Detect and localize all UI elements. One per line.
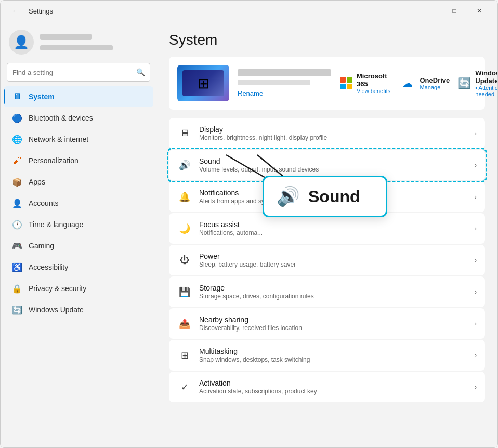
- ms365-icon: [339, 75, 352, 91]
- settings-item-nearby[interactable]: 📤 Nearby sharing Discoverability, receiv…: [169, 308, 485, 339]
- onedrive-icon: ☁: [402, 77, 413, 89]
- focus-text: Focus assist Notifications, automa...: [199, 220, 467, 236]
- display-desc: Monitors, brightness, night light, displ…: [199, 134, 467, 141]
- sidebar-item-accounts-label: Accounts: [29, 199, 59, 207]
- sidebar-item-system-label: System: [29, 93, 55, 101]
- sidebar-item-bluetooth-label: Bluetooth & devices: [29, 114, 93, 122]
- ms365-title: Microsoft 365: [357, 72, 391, 88]
- sidebar-item-personalization-label: Personalization: [29, 156, 78, 165]
- search-input[interactable]: [7, 63, 150, 82]
- onedrive-title: OneDrive: [420, 76, 450, 84]
- window-title: Settings: [29, 7, 53, 15]
- device-thumbnail-inner: ⊞: [182, 70, 224, 96]
- sidebar-item-update[interactable]: 🔄 Windows Update: [4, 299, 153, 320]
- privacy-icon: 🔒: [12, 283, 22, 294]
- close-button[interactable]: ✕: [467, 3, 491, 19]
- activation-chevron: ›: [475, 384, 477, 391]
- maximize-button[interactable]: □: [442, 3, 466, 19]
- storage-chevron: ›: [475, 288, 477, 296]
- minimize-button[interactable]: —: [417, 3, 441, 19]
- sidebar-item-time[interactable]: 🕐 Time & language: [4, 214, 153, 235]
- sound-tooltip-text: Sound: [308, 187, 360, 206]
- display-chevron: ›: [475, 130, 477, 137]
- settings-item-activation[interactable]: ✓ Activation Activation state, subscript…: [169, 372, 485, 402]
- gaming-icon: 🎮: [12, 241, 22, 251]
- accessibility-icon: ♿: [12, 262, 22, 272]
- title-bar: ← Settings — □ ✕: [1, 1, 497, 21]
- sound-icon: 🔊: [177, 158, 192, 173]
- sidebar-item-privacy[interactable]: 🔒 Privacy & security: [4, 278, 153, 299]
- storage-desc: Storage space, drives, configuration rul…: [199, 293, 467, 300]
- settings-item-storage[interactable]: 💾 Storage Storage space, drives, configu…: [169, 276, 485, 307]
- multitasking-desc: Snap windows, desktops, task switching: [199, 356, 467, 363]
- settings-list: 🖥 Display Monitors, brightness, night li…: [169, 118, 485, 402]
- sound-tooltip-icon: 🔊: [277, 186, 300, 207]
- winupdate-attention: • Attention needed: [475, 85, 497, 97]
- focus-chevron: ›: [475, 225, 477, 232]
- ms365-text: Microsoft 365 View benefits: [357, 72, 391, 94]
- winupdate-link[interactable]: 🔄 Windows Update • Attention needed: [458, 69, 497, 97]
- bluetooth-icon: 🔵: [12, 113, 22, 123]
- sidebar-item-network[interactable]: 🌐 Network & internet: [4, 129, 153, 150]
- settings-item-power[interactable]: ⏻ Power Sleep, battery usage, battery sa…: [169, 245, 485, 275]
- onedrive-sub[interactable]: Manage: [420, 84, 450, 90]
- sound-desc: Volume levels, output, input, sound devi…: [199, 166, 467, 173]
- sidebar-item-personalization[interactable]: 🖌 Personalization: [4, 150, 153, 171]
- settings-item-display[interactable]: 🖥 Display Monitors, brightness, night li…: [169, 118, 485, 149]
- multitasking-chevron: ›: [475, 352, 477, 359]
- sound-item-wrapper: 🔊 Sound Volume levels, output, input, so…: [169, 150, 485, 180]
- notifications-icon: 🔔: [177, 190, 192, 204]
- user-name-blurred: [40, 34, 92, 40]
- ms365-sub[interactable]: View benefits: [357, 88, 391, 94]
- power-chevron: ›: [475, 257, 477, 264]
- apps-icon: 📦: [12, 177, 22, 187]
- windows-logo: ⊞: [198, 75, 209, 92]
- sidebar-item-network-label: Network & internet: [29, 135, 88, 143]
- settings-item-multitasking[interactable]: ⊞ Multitasking Snap windows, desktops, t…: [169, 340, 485, 371]
- accounts-icon: 👤: [12, 198, 22, 208]
- focus-icon: 🌙: [177, 221, 192, 236]
- sidebar-item-gaming-label: Gaming: [29, 242, 54, 250]
- sidebar-item-accounts[interactable]: 👤 Accounts: [4, 193, 153, 214]
- onedrive-link[interactable]: ☁ OneDrive Manage: [399, 69, 450, 97]
- user-info: [40, 34, 113, 50]
- sidebar-item-gaming[interactable]: 🎮 Gaming: [4, 235, 153, 256]
- sidebar-item-system[interactable]: 🖥 System: [4, 86, 153, 107]
- device-card: ⊞ Rename: [169, 57, 485, 110]
- winupdate-icon: 🔄: [458, 77, 471, 89]
- sidebar-item-privacy-label: Privacy & security: [29, 284, 86, 293]
- focus-desc: Notifications, automa...: [199, 229, 467, 236]
- ms365-link[interactable]: Microsoft 365 View benefits: [339, 69, 391, 97]
- sidebar-item-accessibility[interactable]: ♿ Accessibility: [4, 257, 153, 278]
- update-icon: 🔄: [12, 305, 22, 315]
- sidebar-item-bluetooth[interactable]: 🔵 Bluetooth & devices: [4, 108, 153, 128]
- onedrive-icon-wrap: ☁: [399, 75, 416, 91]
- notifications-chevron: ›: [475, 193, 477, 201]
- settings-item-focus[interactable]: 🌙 Focus assist Notifications, automa... …: [169, 213, 485, 244]
- storage-icon: 💾: [177, 285, 192, 299]
- system-icon: 🖥: [12, 91, 22, 102]
- rename-link[interactable]: Rename: [238, 89, 263, 97]
- display-title: Display: [199, 125, 467, 134]
- sound-title: Sound: [199, 157, 467, 165]
- power-title: Power: [199, 252, 467, 260]
- search-box: 🔍: [7, 63, 150, 82]
- activation-icon: ✓: [177, 380, 192, 394]
- user-profile[interactable]: 👤: [1, 21, 156, 61]
- sidebar-item-update-label: Windows Update: [29, 306, 84, 314]
- power-icon: ⏻: [177, 253, 192, 268]
- quick-links: Microsoft 365 View benefits ☁ OneDrive M…: [339, 69, 497, 97]
- time-icon: 🕐: [12, 219, 22, 230]
- back-button[interactable]: ←: [7, 3, 23, 19]
- multitasking-title: Multitasking: [199, 347, 467, 355]
- focus-title: Focus assist: [199, 220, 467, 229]
- multitasking-icon: ⊞: [177, 348, 192, 363]
- sound-chevron: ›: [475, 162, 477, 169]
- page-title: System: [169, 32, 485, 48]
- multitasking-text: Multitasking Snap windows, desktops, tas…: [199, 347, 467, 363]
- sidebar-item-apps[interactable]: 📦 Apps: [4, 172, 153, 192]
- nearby-text: Nearby sharing Discoverability, received…: [199, 315, 467, 332]
- nearby-icon: 📤: [177, 317, 192, 331]
- user-email-blurred: [40, 45, 113, 50]
- sidebar-item-accessibility-label: Accessibility: [29, 263, 68, 271]
